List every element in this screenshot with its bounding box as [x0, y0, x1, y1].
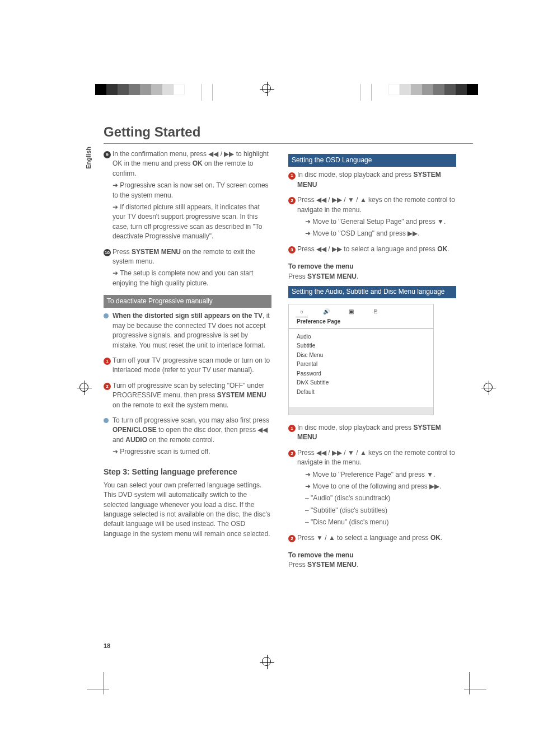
osd-item: Subtitle	[297, 341, 425, 351]
step-marker-red: 1	[288, 425, 296, 432]
step-marker-red-1: 1	[104, 358, 111, 365]
bullet-distorted: When the distorted sign still appears on…	[104, 311, 271, 353]
step-marker-10: 10	[104, 249, 111, 256]
down-icon: ▼	[427, 471, 433, 478]
osd-item: Disc Menu	[297, 351, 425, 360]
osd-step-2: 2 Press ◀◀ / ▶▶ / ▼ / ▲ keys on the remo…	[288, 195, 456, 241]
registration-mark-top	[260, 82, 274, 98]
page-content: Getting Started 9 In the confirmation me…	[104, 124, 473, 572]
step-marker-9: 9	[104, 151, 111, 158]
nav-keys-icon: ◀◀ / ▶▶ / ▼ / ▲	[316, 449, 367, 457]
ff-icon: ▶▶	[429, 482, 439, 490]
pref-step-1: 1 In disc mode, stop playback and press …	[288, 423, 456, 445]
step-9: 9 In the confirmation menu, press ◀◀ / ▶…	[104, 149, 271, 244]
osd-item: DivX Subtitle	[297, 378, 425, 388]
osd-menu-list: Audio Subtitle Disc Menu Parental Passwo…	[289, 329, 433, 407]
step-marker-red: 2	[288, 197, 296, 204]
osd-tab-audio-icon: 🔊	[321, 308, 331, 316]
heading-osd-language: Setting the OSD Language	[288, 154, 456, 167]
page-title: Getting Started	[104, 124, 473, 140]
step-10: 10 Press SYSTEM MENU on the remote to ex…	[104, 247, 271, 291]
osd-step-1: 1 In disc mode, stop playback and press …	[288, 170, 456, 192]
remove-menu-block: To remove the menu Press SYSTEM MENU.	[288, 262, 456, 281]
osd-item: Audio	[297, 332, 425, 342]
osd-tab-general-icon: ☼	[297, 308, 307, 316]
pref-step-2: 2 Press ◀◀ / ▶▶ / ▼ / ▲ keys on the remo…	[288, 448, 456, 530]
osd-tab-video-icon: ▣	[346, 308, 356, 316]
nav-keys-icon: ◀◀ / ▶▶ / ▼ / ▲	[316, 196, 367, 204]
bullet-turnoff: To turn off progressive scan, you may al…	[104, 416, 271, 459]
rewff-icon: ◀◀ / ▶▶	[208, 150, 234, 158]
left-column: 9 In the confirmation menu, press ◀◀ / ▶…	[104, 149, 271, 572]
registration-mark-left	[77, 381, 92, 397]
step-marker-red-2: 2	[104, 383, 111, 390]
heading-deactivate-progressive: To deactivate Progressive manually	[104, 295, 271, 308]
ff-icon: ▶▶	[407, 229, 418, 237]
updown-icon: ▼ / ▲	[316, 534, 335, 542]
osd-page-title: Preference Page	[289, 317, 433, 329]
language-tab: English	[85, 147, 92, 169]
osd-tab-exit-icon: ⎘	[371, 308, 381, 316]
osd-item: Password	[297, 369, 425, 379]
osd-footer	[289, 407, 433, 415]
step-marker-red: 1	[288, 172, 296, 180]
rew-icon: ◀◀	[257, 426, 268, 434]
step-marker-red: 2	[288, 535, 296, 542]
pref-step-3: 2 Press ▼ / ▲ to select a language and p…	[288, 533, 456, 545]
color-squares-right	[360, 84, 478, 101]
osd-screenshot: ☼ 🔊 ▣ ⎘ Preference Page Audio Subtitle D…	[288, 304, 434, 416]
remove-menu-block-2: To remove the menu Press SYSTEM MENU.	[288, 551, 456, 570]
registration-mark-right	[481, 381, 496, 397]
title-rule	[104, 143, 473, 144]
osd-item: Parental	[297, 360, 425, 369]
step-marker-red: 3	[288, 246, 296, 253]
down-icon: ▼	[437, 218, 444, 226]
step-marker-red: 2	[288, 450, 296, 457]
bullet-icon	[104, 418, 109, 423]
print-marks-top	[0, 84, 534, 101]
color-squares-left	[95, 84, 213, 101]
deact-step-2: 2 Turn off progressive scan by selecting…	[104, 381, 271, 412]
step3-paragraph: You can select your own preferred langua…	[104, 481, 271, 539]
deact-step-1: 1 Turn off your TV progressive scan mode…	[104, 356, 271, 378]
osd-item: Default	[297, 388, 425, 397]
right-column: Setting the OSD Language 1 In disc mode,…	[288, 149, 456, 572]
heading-audio-subtitle: Setting the Audio, Subtitle and Disc Men…	[288, 286, 456, 298]
bullet-icon	[104, 313, 109, 318]
rewff-icon: ◀◀ / ▶▶	[316, 245, 342, 253]
page-number: 18	[104, 642, 110, 649]
registration-mark-bottom	[260, 655, 274, 672]
osd-step-3: 3 Press ◀◀ / ▶▶ to select a language and…	[288, 245, 456, 256]
heading-step-3: Step 3: Setting language preference	[104, 466, 271, 477]
